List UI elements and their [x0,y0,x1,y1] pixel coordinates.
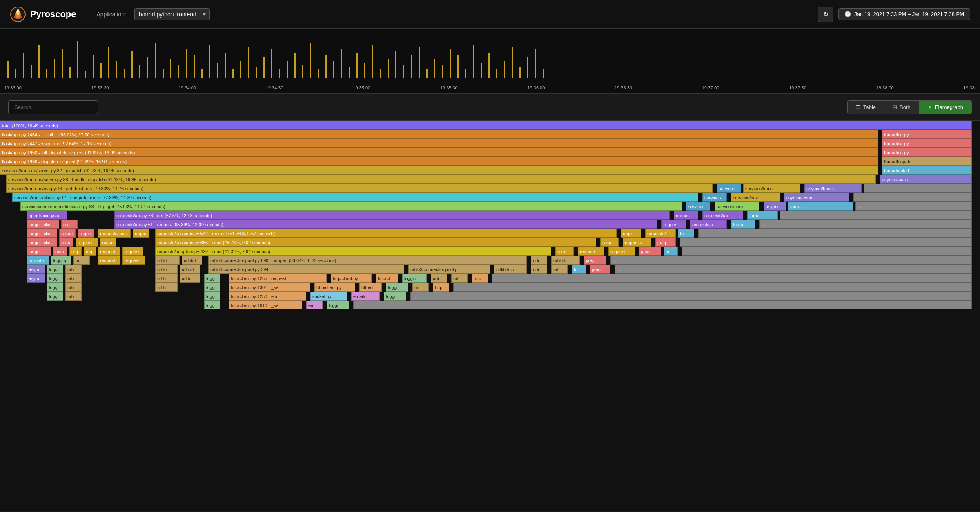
flame-block[interactable]: http/client.py:1250 - end [229,292,306,301]
flame-block[interactable]: threadloop/th... [882,157,972,166]
flame-block[interactable]: requests/ap [702,211,743,220]
flame-block[interactable]: tornado/platf... [882,166,972,175]
flame-block[interactable]: flask/app.py:2464 - __call__ (93.02%, 17… [0,130,878,139]
flame-block[interactable]: urllib3 [180,265,200,274]
refresh-button[interactable]: ↻ [818,7,833,22]
both-view-button[interactable]: ⊞ Both [884,101,919,114]
flame-block[interactable]: loggin [402,274,427,283]
flame-block[interactable]: flask/app.py:1936 - dispatch_request (91… [0,157,878,166]
flame-block[interactable]: urlli [65,283,82,292]
flame-block[interactable]: urlib [180,274,200,283]
flame-block[interactable]: torna [747,211,778,220]
flame-block[interactable]: services/driv [731,193,780,202]
flame-block[interactable]: requests/sessions.py:655 - send (48.78%,… [155,238,596,247]
flame-block[interactable]: tor [678,229,694,238]
flame-block[interactable]: reques [674,211,698,220]
flame-block[interactable]: threading.py:... [882,130,972,139]
flame-block[interactable]: urllib3/connectionpool.py:699 - urlopen … [208,256,527,265]
flame-block[interactable]: requests/sess [98,229,131,238]
flame-block[interactable]: reque [78,229,94,238]
flame-block[interactable]: request [122,256,145,265]
flame-block[interactable]: loggi [327,301,349,309]
flame-block[interactable]: logging [51,256,71,265]
flame-block[interactable]: jaeg [639,247,662,256]
flame-block[interactable]: services [702,193,727,202]
flame-block[interactable]: async [27,274,45,283]
flame-block[interactable]: urli [431,274,447,283]
flame-block[interactable]: urlib [155,274,178,283]
flame-block[interactable]: ... [410,292,972,301]
flame-block[interactable]: urli [451,274,468,283]
flame-block[interactable]: services [717,184,741,193]
flame-block[interactable]: asynci [764,202,786,211]
flame-block[interactable]: request [98,256,120,265]
flame-block[interactable]: ... [853,193,972,202]
flame-block[interactable]: tornado [27,256,49,265]
flame-block[interactable]: jaeger_client/sp [27,220,59,229]
flame-block[interactable]: urli [412,283,429,292]
flame-block[interactable]: urllib3/connectionpool.py:394 [208,265,404,274]
flame-block[interactable]: urllib [155,256,180,265]
flame-block[interactable]: ... [453,283,972,292]
flame-block[interactable]: socket.py:... [310,292,347,301]
flame-block[interactable]: urllib3 [182,256,202,265]
flame-block[interactable]: urli [531,265,547,274]
flame-block[interactable]: services/frontend/eta.py:13 - get_best_e… [6,184,713,193]
flame-block[interactable]: ... [760,220,972,229]
flame-block[interactable]: request [122,247,143,256]
flame-block[interactable]: jaeger_client/re... [27,238,57,247]
flame-block[interactable]: total (100%, 18.49 seconds) [0,121,972,130]
flame-block[interactable]: threading.py:... [882,139,972,148]
flame-block[interactable]: urlli [65,274,82,283]
flame-block[interactable]: ... [610,256,972,265]
flame-block[interactable]: jaeger_client/tr... [27,229,57,238]
flame-block[interactable]: tor [664,247,678,256]
flame-block[interactable]: threading.py:... [882,148,972,157]
flame-block[interactable]: urli [531,256,547,265]
flame-block[interactable]: urlib [155,283,178,292]
flame-block[interactable]: services/fron... [743,184,800,193]
flame-block[interactable]: ... [615,265,972,274]
flame-block[interactable]: requ [59,238,74,247]
flame-block[interactable]: urlli [74,256,90,265]
flame-block[interactable]: urllib3/co [494,265,527,274]
flame-block[interactable]: opentracing/spa [27,211,67,220]
flame-block[interactable]: ... [682,247,972,256]
flame-block[interactable]: flask/app.py:2447 - wsgi_app (92.64%, 17… [0,139,878,148]
flame-block[interactable]: http/client.py:1010 - _se [229,301,302,309]
flame-block[interactable]: urllib [155,265,178,274]
flame-block[interactable]: requests/adapters.py:439 - send (41.32%,… [155,247,551,256]
flame-block[interactable]: services [686,202,710,211]
flame-block[interactable]: http/cl [376,274,398,283]
flame-block[interactable]: reques [662,220,686,229]
flame-block[interactable]: req [69,247,82,256]
flame-block[interactable]: logg [204,283,220,292]
flame-block[interactable]: requ [621,229,641,238]
flame-block[interactable]: requ [53,247,67,256]
flame-block[interactable]: services/com [715,202,760,211]
flame-block[interactable]: reque [100,238,116,247]
flame-block[interactable]: request [608,247,635,256]
flame-block[interactable]: email/ [351,292,380,301]
flame-block[interactable]: logg [204,274,220,283]
flame-block[interactable]: http/client.py:1255 - request [229,274,327,283]
flame-block[interactable]: urli [551,265,568,274]
flame-block[interactable]: requ [555,247,574,256]
flame-block[interactable]: async [27,265,45,274]
flame-block[interactable]: urllib3/connectionpool.p [408,265,490,274]
flame-block[interactable]: services/route/client.py:17 - compute_ro… [12,193,698,202]
flamegraph-view-button[interactable]: ▼ Flamegraph [919,101,971,114]
flame-block[interactable]: loggi [47,292,63,301]
flame-block[interactable]: ... [780,211,972,220]
flame-block[interactable]: loggi [386,283,408,292]
flame-block[interactable]: services/common/middleware.py:63 - http_… [20,202,682,211]
flame-block[interactable]: reque [59,229,76,238]
flame-block[interactable]: req [84,247,96,256]
flame-block[interactable]: logg [204,292,220,301]
flame-block[interactable]: requests/ [645,229,676,238]
flame-block[interactable]: logg [204,301,220,309]
flame-block[interactable]: reque [133,229,149,238]
flame-block[interactable]: jaeg [584,256,606,265]
flame-block[interactable]: ... [864,184,972,193]
flame-block[interactable]: asyncio/base... [804,184,862,193]
